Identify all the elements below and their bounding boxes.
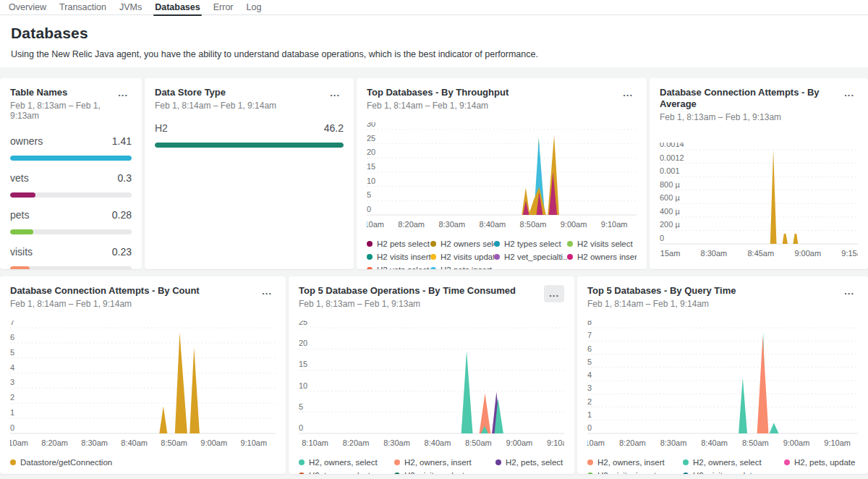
x-axis-label: 8:30am: [383, 438, 410, 447]
legend-color-dot-icon: [299, 459, 305, 465]
bar-row-owners: owners1.41: [10, 135, 132, 161]
y-axis-label: 20: [299, 339, 307, 347]
legend-color-dot-icon: [494, 241, 500, 247]
nav-tab-error[interactable]: Error: [213, 0, 234, 15]
page-header: Databases Using the New Relic Java agent…: [0, 15, 868, 67]
y-axis-label: 6: [10, 333, 14, 342]
more-options-icon[interactable]: ...: [841, 87, 858, 100]
legend-label: H2, pets, update: [794, 458, 855, 467]
legend-item[interactable]: H2, pets, select: [495, 458, 564, 467]
legend-item[interactable]: H2 types select: [494, 240, 567, 248]
legend-item[interactable]: Datastore/getConnection: [660, 268, 858, 269]
y-axis-label: 15: [299, 360, 307, 368]
legend-item[interactable]: H2, visits, update: [683, 471, 784, 474]
series-area: [770, 150, 777, 244]
series-area: [175, 332, 187, 433]
x-axis-label: 8:40am: [480, 220, 506, 229]
series-area: [461, 351, 473, 433]
more-options-icon[interactable]: ...: [326, 87, 344, 100]
x-axis-label: 8:30am: [660, 438, 687, 447]
more-options-icon[interactable]: ...: [258, 285, 276, 298]
legend-label: H2 owners select: [441, 240, 494, 248]
x-axis-label: 8:10am: [587, 438, 605, 447]
y-axis-label: 0: [299, 423, 303, 432]
x-axis-label: 9:00am: [794, 249, 821, 258]
query-time-legend: H2, owners, insertH2, owners, selectH2, …: [587, 458, 858, 474]
legend-label: H2 vet_specialti...: [504, 253, 567, 261]
legend-item[interactable]: H2, types, select: [299, 471, 394, 474]
card-title: Database Connection Attempts - By Count: [10, 285, 200, 297]
bar-fill: [10, 192, 35, 198]
legend-item[interactable]: H2, visits, select: [394, 471, 495, 474]
legend-item[interactable]: H2, pets, update: [784, 458, 858, 467]
bar-track: [10, 192, 132, 198]
card-top5-databases-query-time: Top 5 Databases - By Query Time Feb 1, 8…: [577, 276, 868, 474]
y-axis-label: 25: [299, 321, 307, 326]
card-title: Top 5 Database Operations - By Time Cons…: [299, 285, 516, 297]
more-options-icon[interactable]: ...: [619, 87, 637, 100]
y-axis-label: 5: [367, 190, 371, 199]
y-axis-label: 30: [367, 122, 375, 128]
legend-item[interactable]: H2, owners, insert: [587, 458, 683, 467]
legend-item[interactable]: H2, owners, insert: [394, 458, 495, 467]
y-axis-label: 7: [587, 331, 592, 339]
legend-color-dot-icon: [494, 254, 500, 260]
legend-item[interactable]: H2 visits update: [430, 253, 494, 261]
card-title: Database Connection Attempts - By Averag…: [660, 87, 841, 110]
legend-color-dot-icon: [683, 472, 689, 474]
y-axis-label: 1: [10, 408, 14, 417]
chart-plot-area: 0123456788:10am8:20am8:30am8:40am8:50am9…: [587, 321, 858, 451]
y-axis-label: 800 µ: [660, 180, 680, 189]
bar-row-pets: pets0.28: [10, 209, 132, 234]
y-axis-label: 400 µ: [660, 207, 680, 216]
legend-label: H2, owners, insert: [597, 458, 665, 467]
more-options-icon[interactable]: ...: [114, 87, 132, 100]
legend-label: Datastore/getConnection: [20, 458, 112, 467]
legend-label: H2 pets insert: [441, 266, 492, 269]
chart-plot-area: 0200 µ400 µ600 µ800 µ0.0010.00120.00148:…: [660, 143, 858, 261]
legend-item[interactable]: H2, owners, select: [299, 458, 394, 467]
legend-item[interactable]: H2, visits, insert: [587, 471, 683, 474]
legend-item[interactable]: H2 pets insert: [430, 266, 494, 269]
page-title: Databases: [11, 25, 857, 42]
legend-color-dot-icon: [367, 241, 373, 247]
x-axis-label: 8:40am: [701, 438, 728, 447]
y-axis-label: 0: [587, 423, 592, 432]
x-axis-label: 9:10am: [824, 438, 851, 447]
nav-tab-log[interactable]: Log: [247, 0, 262, 15]
more-options-icon[interactable]: ...: [841, 285, 858, 298]
legend-color-dot-icon: [495, 459, 501, 465]
legend-color-dot-icon: [430, 254, 436, 260]
bar-label: H2: [155, 122, 168, 134]
legend-color-dot-icon: [567, 254, 573, 260]
y-axis-label: 5: [299, 402, 303, 411]
nav-tab-databases[interactable]: Databases: [155, 0, 200, 15]
card-connection-attempts-count: Database Connection Attempts - By Count …: [0, 276, 286, 474]
x-axis-label: 8:40am: [121, 438, 148, 447]
legend-item[interactable]: H2 visits select: [567, 240, 637, 248]
connection-average-legend: Datastore/getConnection: [660, 268, 858, 269]
x-axis-label: 9:00am: [783, 438, 810, 447]
legend-item[interactable]: H2 vets select: [367, 266, 430, 269]
x-axis-label: 8:20am: [41, 438, 68, 447]
card-title: Table Names: [10, 87, 114, 98]
legend-item[interactable]: H2 vet_specialti...: [494, 253, 567, 261]
legend-item[interactable]: H2 owners select: [430, 240, 494, 248]
more-options-icon[interactable]: ...: [544, 285, 564, 302]
bar-label: visits: [10, 246, 33, 258]
x-axis-label: 8:10am: [10, 438, 28, 447]
legend-item[interactable]: H2 pets select: [367, 240, 430, 248]
legend-item[interactable]: H2 visits insert: [367, 253, 430, 261]
legend-item[interactable]: H2 owners insert: [567, 253, 637, 261]
card-timerange: Feb 1, 8:14am – Feb 1, 9:14am: [155, 101, 276, 111]
connection-count-legend: Datastore/getConnection: [10, 458, 276, 467]
x-axis-label: 8:50am: [742, 438, 769, 447]
x-axis-label: 9:00am: [506, 438, 533, 447]
nav-tab-transaction[interactable]: Transaction: [59, 0, 106, 15]
legend-item[interactable]: Datastore/getConnection: [10, 458, 276, 467]
top-nav: Overview Transaction JVMs Databases Erro…: [0, 0, 868, 15]
legend-item[interactable]: H2, owners, select: [683, 458, 784, 467]
nav-tab-jvms[interactable]: JVMs: [119, 0, 142, 15]
y-axis-label: 4: [587, 370, 592, 379]
nav-tab-overview[interactable]: Overview: [9, 0, 46, 15]
